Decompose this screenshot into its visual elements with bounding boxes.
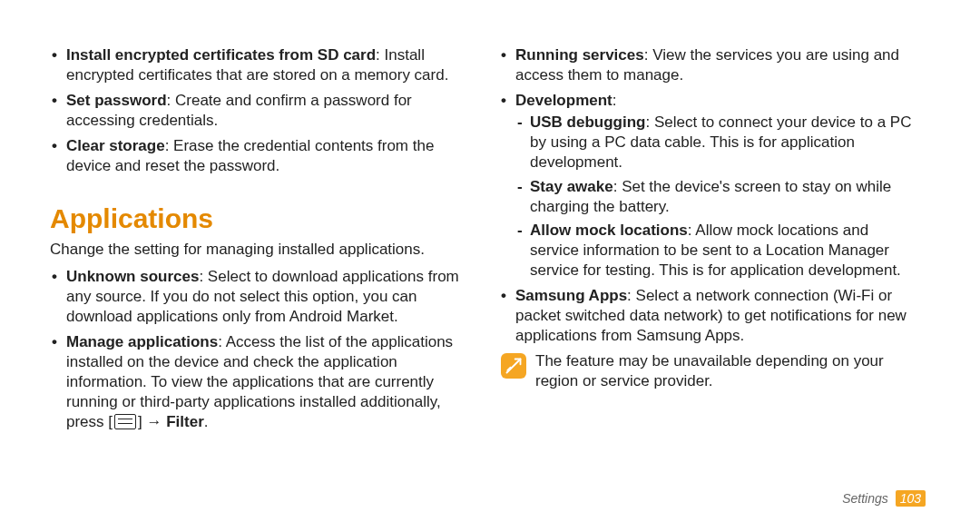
menu-icon (114, 414, 136, 429)
item-desc-end: . (204, 413, 209, 430)
list-item: Samsung Apps: Select a network connectio… (499, 286, 912, 346)
item-title: Manage applications (66, 333, 218, 350)
footer-page-number: 103 (896, 490, 926, 507)
item-title: Unknown sources (66, 268, 199, 285)
document-page: Install encrypted certificates from SD c… (0, 0, 980, 532)
item-title: USB debugging (530, 113, 645, 131)
credentials-list: Install encrypted certificates from SD c… (50, 45, 463, 177)
item-title: Samsung Apps (515, 287, 627, 304)
right-list: Running services: View the services you … (499, 45, 912, 346)
item-desc-post: ] → (138, 413, 166, 430)
applications-heading: Applications (50, 201, 463, 236)
item-title: Allow mock locations (530, 222, 688, 239)
item-title: Running services (515, 46, 644, 64)
note-text: The feature may be unavailable depending… (535, 351, 912, 391)
list-item: Manage applications: Access the list of … (50, 332, 463, 432)
footer-section: Settings (842, 491, 888, 506)
list-item: USB debugging: Select to connect your de… (515, 113, 912, 172)
list-item: Stay awake: Set the device's screen to s… (515, 177, 912, 217)
note-row: The feature may be unavailable depending… (501, 351, 912, 391)
item-title: Development (515, 92, 612, 109)
applications-intro: Change the setting for managing installe… (50, 240, 463, 260)
page-footer: Settings 103 (842, 490, 926, 507)
note-icon (501, 353, 526, 379)
list-item: Install encrypted certificates from SD c… (50, 45, 463, 85)
item-title: Install encrypted certificates from SD c… (66, 46, 376, 64)
item-title: Stay awake (530, 178, 613, 195)
list-item: Clear storage: Erase the credential cont… (50, 136, 463, 176)
right-column: Running services: View the services you … (499, 45, 912, 496)
list-item: Development: USB debugging: Select to co… (499, 91, 912, 281)
item-title: Set password (66, 92, 167, 109)
item-desc: : (612, 92, 617, 109)
item-title: Clear storage (66, 137, 165, 154)
list-item: Unknown sources: Select to download appl… (50, 267, 463, 327)
development-sublist: USB debugging: Select to connect your de… (515, 113, 912, 281)
list-item: Set password: Create and confirm a passw… (50, 91, 463, 131)
filter-label: Filter (166, 413, 204, 430)
list-item: Allow mock locations: Allow mock locatio… (515, 221, 912, 281)
applications-list: Unknown sources: Select to download appl… (50, 267, 463, 433)
list-item: Running services: View the services you … (499, 45, 912, 85)
left-column: Install encrypted certificates from SD c… (50, 45, 463, 496)
